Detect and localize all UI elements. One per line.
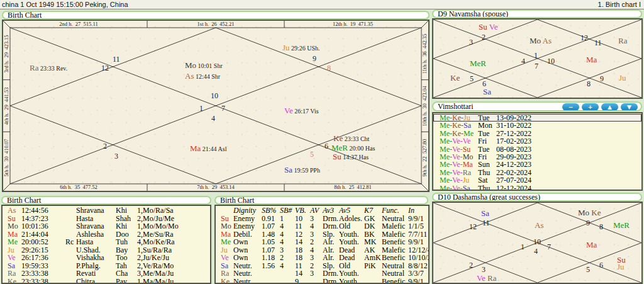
house-number-5: 5 — [470, 73, 474, 83]
text-segment: 1 — [521, 242, 525, 251]
table-cell: Pay — [116, 278, 137, 284]
table-cell: 12-12-2024 — [496, 185, 641, 191]
d1-rasi-chart[interactable]: 2nd h. 27 515.11 1st h. 26 452.21 12th h… — [2, 20, 430, 192]
house-number-7: 7 — [221, 103, 225, 113]
text-segment: Ra — [618, 36, 627, 45]
house-number-2: 2 — [482, 31, 486, 42]
planet-ju: Ju — [617, 261, 625, 271]
house-number-4: 4 — [211, 113, 215, 123]
table-cell: Ke — [221, 278, 233, 284]
text-segment: Benefic — [382, 277, 405, 284]
text-segment: Chitra — [76, 277, 95, 284]
text-segment: Mo — [530, 36, 541, 45]
dasha-minus-button[interactable]: − — [562, 103, 579, 111]
table-cell — [364, 278, 382, 284]
text-segment: 14:37 Has — [341, 154, 369, 161]
dasha-plus-button[interactable]: + — [582, 103, 599, 111]
text-segment: 2 — [482, 33, 486, 42]
house-number-2: 2 — [103, 140, 107, 151]
detail-row: KeNeutr.9Drm.Youth.Benefic9/9/1 — [216, 278, 428, 284]
text-segment: 12 — [101, 64, 109, 72]
dasha-up-button[interactable]: ▲ — [601, 103, 618, 111]
text-segment: Ke — [450, 73, 460, 82]
text-segment: Drm. — [323, 277, 338, 284]
dasha-down-button[interactable]: ▼ — [621, 103, 638, 111]
table-cell: 4 — [280, 262, 295, 270]
planet-ma: Ma 21:44 Asl — [190, 143, 226, 153]
text-segment: Ke — [333, 133, 343, 143]
positions-title-text: Birth Chart — [7, 196, 41, 205]
text-segment: 5 — [310, 150, 314, 159]
text-segment: 3 — [469, 38, 473, 47]
vimshottari-title-text: Vimshottari — [438, 102, 474, 111]
text-segment: Ju — [617, 262, 625, 271]
table-cell — [65, 222, 76, 230]
text-segment: 23:33 Cht — [343, 135, 369, 142]
text-segment: Sa — [483, 87, 491, 96]
d10-dashamsha-chart[interactable]: Sa1211AsMo Ke98MeR11074Ma23Ve Ra56SuJu — [432, 202, 643, 284]
positions-panel-title: Birth Chart — [1, 196, 211, 205]
text-segment: As — [543, 36, 552, 45]
house-strip-label: 9th h. 22 527.80 — [421, 132, 428, 184]
table-cell — [65, 254, 76, 262]
house-strip-top: 2nd h. 27 515.11 1st h. 26 452.21 12th h… — [10, 21, 421, 28]
text-segment: 8 — [587, 79, 591, 88]
text-segment: 9 — [600, 74, 604, 83]
text-segment: Thu — [478, 184, 490, 191]
planet-details-table: DignitySB%SB#VB.AVAv3Av5K7Func.InSuEnemy… — [214, 205, 430, 284]
details-panel-title: Birth Chart — [214, 196, 428, 205]
text-segment: 1.56 — [262, 261, 275, 270]
text-segment: Ke — [221, 277, 230, 284]
house-number-10: 10 — [533, 236, 541, 246]
house-number-12: 12 — [469, 221, 477, 231]
text-segment: Ma — [586, 55, 597, 64]
d9-navamsha-chart[interactable]: Su Ve32Mo As1211RaMeR41107MaKe56Sa89Ju — [432, 18, 643, 99]
table-cell: Me-Ve-Sa — [440, 185, 478, 191]
text-segment: Neutr. — [233, 277, 252, 284]
table-cell — [65, 278, 76, 284]
text-segment: Sa — [463, 184, 470, 191]
table-cell — [310, 278, 323, 284]
house-strip-label: 11th h. 36 442.35 — [421, 28, 428, 80]
text-segment: As — [185, 71, 194, 81]
text-segment: 10 — [211, 91, 218, 100]
d1-title-text: Birth Chart — [8, 11, 42, 20]
house-strip-label: 4th h. 29 441.53 — [3, 80, 10, 132]
text-segment: 8 — [599, 222, 603, 231]
text-segment: 3 — [114, 152, 118, 161]
house-number-3: 3 — [114, 151, 118, 161]
table-cell: PiK — [364, 262, 382, 270]
text-segment: Ve — [489, 22, 498, 31]
house-number-1: 1 — [534, 50, 538, 60]
text-segment: 8 — [327, 64, 331, 72]
table-cell — [65, 207, 76, 215]
text-segment: Ve — [284, 106, 293, 115]
planet-ke: Ke — [450, 72, 460, 82]
house-strip-label: 12th h. 19 471.35 — [284, 21, 421, 28]
house-strip-label: 6th h. 35 477.52 — [10, 184, 147, 191]
text-segment: MeR — [613, 220, 630, 230]
planet-sa: Sa 19:59 PPh — [284, 164, 320, 174]
house-number-9: 9 — [600, 73, 604, 83]
text-segment: Ve- — [452, 184, 463, 191]
house-strip-label: 3rd h. 29 423.15 — [3, 28, 10, 80]
text-segment: Ma — [190, 144, 201, 153]
text-segment: Ve — [477, 273, 486, 283]
text-segment: 11 — [482, 219, 490, 227]
table-cell — [65, 215, 76, 223]
house-strip-label: 7th h. 29 453.14 — [147, 184, 284, 191]
house-number-8: 8 — [327, 62, 331, 72]
house-number-7: 7 — [547, 241, 551, 251]
text-segment: 9/9/1 — [408, 277, 424, 284]
dasha-row[interactable]: Me-Ve-SaThu12-12-2024 — [433, 185, 641, 191]
table-cell — [65, 270, 76, 278]
text-segment: 7 — [221, 104, 225, 113]
text-segment: Rc — [65, 237, 74, 246]
d1-panel-title: Birth Chart — [2, 11, 430, 20]
table-cell: 9/9/1 — [408, 278, 428, 284]
planet-ve-ra: Ve Ra — [477, 273, 496, 283]
table-cell — [65, 246, 76, 254]
position-row: Ke23:33:38ChitraPay1,Ma/Ma/Ju — [3, 278, 210, 284]
text-segment: 3 — [310, 269, 314, 278]
house-number-7: 7 — [535, 60, 538, 71]
